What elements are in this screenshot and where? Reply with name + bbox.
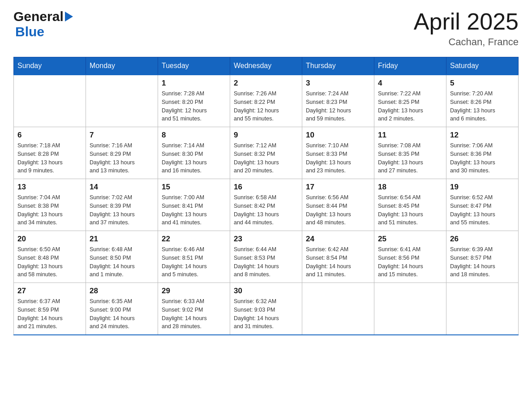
- calendar-cell: 27Sunrise: 6:37 AM Sunset: 8:59 PM Dayli…: [14, 283, 86, 335]
- day-info: Sunrise: 6:42 AM Sunset: 8:54 PM Dayligh…: [306, 245, 370, 279]
- calendar-cell: 1Sunrise: 7:28 AM Sunset: 8:20 PM Daylig…: [158, 75, 230, 127]
- day-info: Sunrise: 7:14 AM Sunset: 8:30 PM Dayligh…: [162, 141, 226, 175]
- day-number: 24: [306, 235, 370, 244]
- title-section: April 2025 Cachan, France: [414, 9, 519, 48]
- day-number: 12: [450, 131, 515, 140]
- day-info: Sunrise: 7:16 AM Sunset: 8:29 PM Dayligh…: [90, 141, 154, 175]
- calendar-cell: 9Sunrise: 7:12 AM Sunset: 8:32 PM Daylig…: [230, 127, 302, 179]
- calendar-cell: 15Sunrise: 7:00 AM Sunset: 8:41 PM Dayli…: [158, 179, 230, 231]
- day-number: 17: [306, 183, 370, 192]
- day-number: 25: [378, 235, 442, 244]
- calendar-cell: 20Sunrise: 6:50 AM Sunset: 8:48 PM Dayli…: [14, 231, 86, 283]
- calendar-cell: [302, 283, 374, 335]
- calendar-cell: 3Sunrise: 7:24 AM Sunset: 8:23 PM Daylig…: [302, 75, 374, 127]
- day-number: 1: [162, 79, 226, 88]
- day-number: 21: [90, 235, 154, 244]
- logo-blue-text: Blue: [15, 24, 44, 39]
- day-info: Sunrise: 7:08 AM Sunset: 8:35 PM Dayligh…: [378, 141, 442, 175]
- day-number: 6: [17, 131, 82, 140]
- calendar-cell: 5Sunrise: 7:20 AM Sunset: 8:26 PM Daylig…: [446, 75, 519, 127]
- page-header: General Blue April 2025 Cachan, France: [13, 9, 519, 48]
- day-info: Sunrise: 7:10 AM Sunset: 8:33 PM Dayligh…: [306, 141, 370, 175]
- day-number: 7: [90, 131, 154, 140]
- calendar-cell: 18Sunrise: 6:54 AM Sunset: 8:45 PM Dayli…: [374, 179, 446, 231]
- day-info: Sunrise: 6:44 AM Sunset: 8:53 PM Dayligh…: [234, 245, 298, 279]
- calendar-cell: 21Sunrise: 6:48 AM Sunset: 8:50 PM Dayli…: [86, 231, 158, 283]
- calendar-cell: 30Sunrise: 6:32 AM Sunset: 9:03 PM Dayli…: [230, 283, 302, 335]
- day-info: Sunrise: 6:54 AM Sunset: 8:45 PM Dayligh…: [378, 193, 442, 227]
- calendar-cell: 12Sunrise: 7:06 AM Sunset: 8:36 PM Dayli…: [446, 127, 519, 179]
- day-number: 13: [17, 183, 82, 192]
- calendar-cell: 10Sunrise: 7:10 AM Sunset: 8:33 PM Dayli…: [302, 127, 374, 179]
- calendar-cell: [374, 283, 446, 335]
- day-info: Sunrise: 6:56 AM Sunset: 8:44 PM Dayligh…: [306, 193, 370, 227]
- day-header-wednesday: Wednesday: [230, 57, 302, 75]
- day-number: 15: [162, 183, 226, 192]
- calendar-cell: 6Sunrise: 7:18 AM Sunset: 8:28 PM Daylig…: [14, 127, 86, 179]
- calendar-week-row: 13Sunrise: 7:04 AM Sunset: 8:38 PM Dayli…: [14, 179, 519, 231]
- day-info: Sunrise: 6:32 AM Sunset: 9:03 PM Dayligh…: [234, 297, 298, 331]
- calendar-cell: 8Sunrise: 7:14 AM Sunset: 8:30 PM Daylig…: [158, 127, 230, 179]
- calendar-title: April 2025: [414, 9, 519, 34]
- calendar-cell: 28Sunrise: 6:35 AM Sunset: 9:00 PM Dayli…: [86, 283, 158, 335]
- day-info: Sunrise: 6:46 AM Sunset: 8:51 PM Dayligh…: [162, 245, 226, 279]
- calendar-cell: 11Sunrise: 7:08 AM Sunset: 8:35 PM Dayli…: [374, 127, 446, 179]
- logo-arrow-icon: [65, 12, 73, 21]
- day-info: Sunrise: 7:02 AM Sunset: 8:39 PM Dayligh…: [90, 193, 154, 227]
- calendar-cell: [86, 75, 158, 127]
- day-number: 4: [378, 79, 442, 88]
- day-info: Sunrise: 7:12 AM Sunset: 8:32 PM Dayligh…: [234, 141, 298, 175]
- calendar-week-row: 20Sunrise: 6:50 AM Sunset: 8:48 PM Dayli…: [14, 231, 519, 283]
- day-number: 5: [450, 79, 515, 88]
- calendar-week-row: 27Sunrise: 6:37 AM Sunset: 8:59 PM Dayli…: [14, 283, 519, 335]
- day-info: Sunrise: 7:24 AM Sunset: 8:23 PM Dayligh…: [306, 90, 370, 123]
- calendar-cell: 13Sunrise: 7:04 AM Sunset: 8:38 PM Dayli…: [14, 179, 86, 231]
- day-number: 11: [378, 131, 442, 140]
- calendar-cell: 26Sunrise: 6:39 AM Sunset: 8:57 PM Dayli…: [446, 231, 519, 283]
- day-info: Sunrise: 7:18 AM Sunset: 8:28 PM Dayligh…: [17, 141, 82, 175]
- day-number: 30: [234, 287, 298, 295]
- day-info: Sunrise: 6:48 AM Sunset: 8:50 PM Dayligh…: [90, 245, 154, 279]
- day-info: Sunrise: 6:58 AM Sunset: 8:42 PM Dayligh…: [234, 193, 298, 227]
- calendar-cell: 22Sunrise: 6:46 AM Sunset: 8:51 PM Dayli…: [158, 231, 230, 283]
- day-info: Sunrise: 6:52 AM Sunset: 8:47 PM Dayligh…: [450, 193, 515, 227]
- day-number: 26: [450, 235, 515, 244]
- day-header-monday: Monday: [86, 57, 158, 75]
- day-number: 2: [234, 79, 298, 88]
- day-header-sunday: Sunday: [14, 57, 86, 75]
- day-number: 27: [17, 287, 82, 295]
- calendar-cell: 4Sunrise: 7:22 AM Sunset: 8:25 PM Daylig…: [374, 75, 446, 127]
- logo: General Blue: [13, 9, 73, 39]
- day-info: Sunrise: 7:28 AM Sunset: 8:20 PM Dayligh…: [162, 90, 226, 123]
- day-number: 8: [162, 131, 226, 140]
- calendar-cell: 16Sunrise: 6:58 AM Sunset: 8:42 PM Dayli…: [230, 179, 302, 231]
- day-number: 18: [378, 183, 442, 192]
- calendar-cell: 7Sunrise: 7:16 AM Sunset: 8:29 PM Daylig…: [86, 127, 158, 179]
- day-number: 23: [234, 235, 298, 244]
- day-number: 28: [90, 287, 154, 295]
- day-info: Sunrise: 6:50 AM Sunset: 8:48 PM Dayligh…: [17, 245, 82, 279]
- day-info: Sunrise: 6:35 AM Sunset: 9:00 PM Dayligh…: [90, 297, 154, 331]
- day-number: 9: [234, 131, 298, 140]
- calendar-week-row: 1Sunrise: 7:28 AM Sunset: 8:20 PM Daylig…: [14, 75, 519, 127]
- day-number: 3: [306, 79, 370, 88]
- day-header-saturday: Saturday: [446, 57, 519, 75]
- calendar-header-row: SundayMondayTuesdayWednesdayThursdayFrid…: [14, 57, 519, 75]
- calendar-cell: 29Sunrise: 6:33 AM Sunset: 9:02 PM Dayli…: [158, 283, 230, 335]
- day-number: 19: [450, 183, 515, 192]
- day-info: Sunrise: 7:26 AM Sunset: 8:22 PM Dayligh…: [234, 90, 298, 123]
- day-info: Sunrise: 7:00 AM Sunset: 8:41 PM Dayligh…: [162, 193, 226, 227]
- day-info: Sunrise: 6:41 AM Sunset: 8:56 PM Dayligh…: [378, 245, 442, 279]
- day-number: 22: [162, 235, 226, 244]
- day-number: 14: [90, 183, 154, 192]
- logo-general-text: General: [13, 9, 64, 24]
- day-info: Sunrise: 6:37 AM Sunset: 8:59 PM Dayligh…: [17, 297, 82, 331]
- day-number: 10: [306, 131, 370, 140]
- day-info: Sunrise: 6:33 AM Sunset: 9:02 PM Dayligh…: [162, 297, 226, 331]
- day-header-tuesday: Tuesday: [158, 57, 230, 75]
- day-info: Sunrise: 6:39 AM Sunset: 8:57 PM Dayligh…: [450, 245, 515, 279]
- day-info: Sunrise: 7:04 AM Sunset: 8:38 PM Dayligh…: [17, 193, 82, 227]
- day-number: 20: [17, 235, 82, 244]
- day-info: Sunrise: 7:06 AM Sunset: 8:36 PM Dayligh…: [450, 141, 515, 175]
- calendar-cell: 24Sunrise: 6:42 AM Sunset: 8:54 PM Dayli…: [302, 231, 374, 283]
